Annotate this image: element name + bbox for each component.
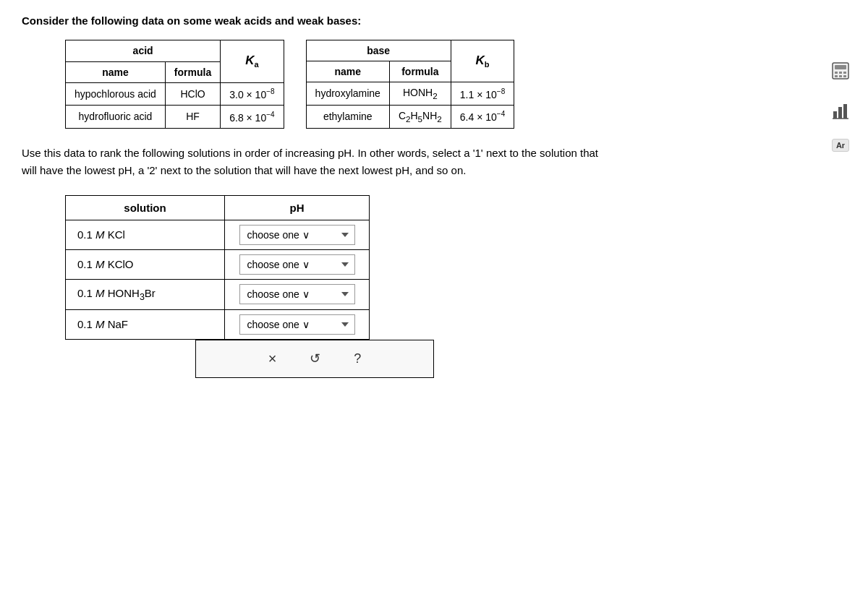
ph-cell-naf[interactable]: choose one ∨ 1 2 3 4 xyxy=(225,309,370,339)
base-row-1: hydroxylamine HONH2 1.1 × 10−8 xyxy=(306,82,514,106)
close-button[interactable]: × xyxy=(263,348,283,370)
solution-col-header: solution xyxy=(66,195,225,220)
ka-header: Ka xyxy=(221,40,284,83)
acid-formula-col: formula xyxy=(165,61,220,83)
base-name-col: name xyxy=(306,61,389,82)
base-formula-1: HONH2 xyxy=(389,82,451,106)
acid-name-1: hypochlorous acid xyxy=(66,83,166,106)
ph-cell-kcl[interactable]: choose one ∨ 1 2 3 4 xyxy=(225,220,370,249)
solution-naf: 0.1 M NaF xyxy=(66,309,225,339)
base-kb-2: 6.4 × 10−4 xyxy=(451,105,514,128)
base-header: base xyxy=(306,40,451,61)
svg-rect-10 xyxy=(843,104,847,119)
base-table: base Kb name formula hydroxylamine HONH2… xyxy=(306,40,515,129)
svg-rect-2 xyxy=(835,72,838,74)
acid-row-2: hydrofluoric acid HF 6.8 × 10−4 xyxy=(66,106,284,128)
kb-header: Kb xyxy=(451,40,514,82)
table-row: 0.1 M NaF choose one ∨ 1 2 3 4 xyxy=(66,309,370,339)
acid-formula-2: HF xyxy=(165,106,220,128)
acid-name-2: hydrofluoric acid xyxy=(66,106,166,128)
base-formula-2: C2H5NH2 xyxy=(389,105,451,128)
acid-ka-1: 3.0 × 10−8 xyxy=(221,83,284,106)
svg-rect-5 xyxy=(835,75,838,77)
svg-rect-8 xyxy=(833,111,837,119)
table-row: 0.1 M KClO choose one ∨ 1 2 3 4 xyxy=(66,249,370,279)
choose-kclo-select[interactable]: choose one ∨ 1 2 3 4 xyxy=(239,254,355,275)
ph-col-header: pH xyxy=(225,195,370,220)
base-row-2: ethylamine C2H5NH2 6.4 × 10−4 xyxy=(306,105,514,128)
choose-naf-select[interactable]: choose one ∨ 1 2 3 4 xyxy=(239,314,355,335)
svg-rect-6 xyxy=(839,75,842,77)
svg-rect-1 xyxy=(835,65,846,69)
acid-table: acid Ka name formula hypochlorous acid H… xyxy=(65,40,284,129)
choose-kcl-select[interactable]: choose one ∨ 1 2 3 4 xyxy=(239,225,355,245)
acid-ka-2: 6.8 × 10−4 xyxy=(221,106,284,128)
base-name-1: hydroxylamine xyxy=(306,82,389,106)
choose-honh3br-select[interactable]: choose one ∨ 1 2 3 4 xyxy=(239,284,355,304)
sidebar-icons: Ar xyxy=(827,58,854,152)
bar-chart-icon[interactable] xyxy=(827,98,854,124)
solution-honh3br: 0.1 M HONH3Br xyxy=(66,279,225,309)
svg-rect-3 xyxy=(839,72,842,74)
solution-kclo: 0.1 M KClO xyxy=(66,249,225,279)
table-row: 0.1 M HONH3Br choose one ∨ 1 2 3 4 xyxy=(66,279,370,309)
svg-rect-7 xyxy=(843,75,846,77)
table-row: 0.1 M KCl choose one ∨ 1 2 3 4 xyxy=(66,220,370,249)
base-formula-col: formula xyxy=(389,61,451,82)
acid-name-col: name xyxy=(66,61,166,83)
acid-formula-1: HClO xyxy=(165,83,220,106)
instruction-text: Use this data to rank the following solu… xyxy=(22,145,673,179)
acid-row-1: hypochlorous acid HClO 3.0 × 10−8 xyxy=(66,83,284,106)
ranking-table: solution pH 0.1 M KCl choose one ∨ 1 2 3… xyxy=(65,195,370,340)
action-bar: × ↺ ? xyxy=(195,340,434,378)
reset-button[interactable]: ↺ xyxy=(304,348,326,369)
svg-rect-4 xyxy=(843,72,846,74)
ph-cell-honh3br[interactable]: choose one ∨ 1 2 3 4 xyxy=(225,279,370,309)
base-name-2: ethylamine xyxy=(306,105,389,128)
acid-header: acid xyxy=(66,40,221,62)
base-kb-1: 1.1 × 10−8 xyxy=(451,82,514,106)
ph-cell-kclo[interactable]: choose one ∨ 1 2 3 4 xyxy=(225,249,370,279)
svg-rect-9 xyxy=(838,107,842,119)
intro-text: Consider the following data on some weak… xyxy=(22,14,846,27)
help-button[interactable]: ? xyxy=(348,348,367,369)
ar-badge[interactable]: Ar xyxy=(832,139,849,152)
solution-kcl: 0.1 M KCl xyxy=(66,220,225,249)
calculator-icon[interactable] xyxy=(827,58,854,84)
